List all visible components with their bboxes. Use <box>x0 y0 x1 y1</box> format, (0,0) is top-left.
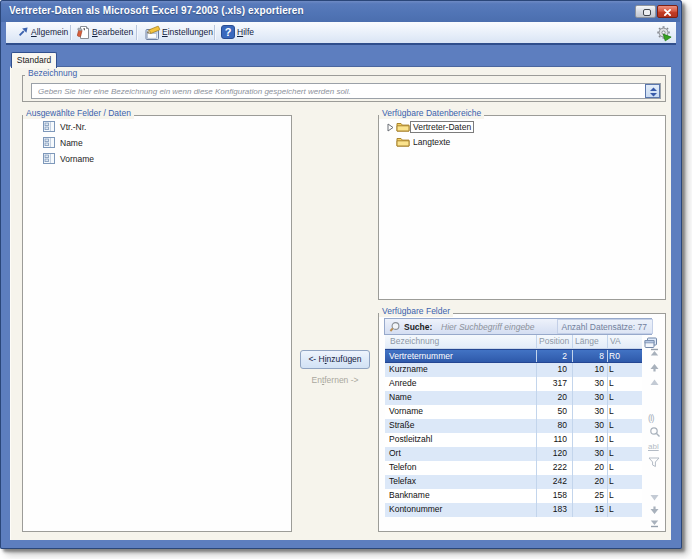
svg-text:?: ? <box>225 26 232 38</box>
